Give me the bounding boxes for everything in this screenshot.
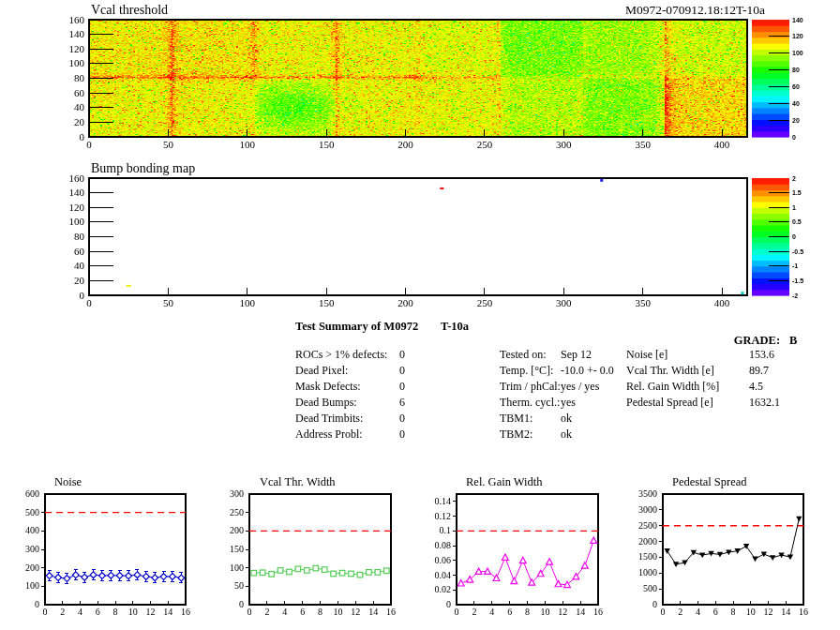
axis-tick-label: 500 xyxy=(25,507,39,518)
axis-tick-label: 100 xyxy=(240,139,256,150)
summary-row: Dead Bumps:6 xyxy=(295,395,492,411)
summary-row-label: TBM1: xyxy=(500,412,532,425)
axis-tick-label: 100 xyxy=(240,297,256,308)
axis-tick-label: 140 xyxy=(792,17,803,23)
summary-row-label: TBM2: xyxy=(500,428,532,441)
summary-row: Address Probl:0 xyxy=(295,427,492,442)
axis-tick-label: 150 xyxy=(230,544,244,554)
rel-gain-plot-title: Rel. Gain Width xyxy=(466,475,543,489)
axis-tick-label: 120 xyxy=(792,33,803,39)
summary-row-value: 89.7 xyxy=(749,363,769,379)
vcal-threshold-plot: 0204060801001201401600501001502002503003… xyxy=(69,14,803,151)
axis-tick-label: 3500 xyxy=(638,488,657,499)
axis-tick-label: 16 xyxy=(181,607,190,617)
axis-tick-label: 350 xyxy=(635,297,651,308)
axis-tick-label: 4 xyxy=(696,607,700,617)
axis-tick-label: 2 xyxy=(264,607,269,617)
axis-tick-label: 350 xyxy=(635,139,651,150)
vcal-threshold-title: Vcal threshold xyxy=(91,3,168,18)
axis-tick-label: 0.02 xyxy=(435,584,452,594)
axis-tick-label: 40 xyxy=(74,101,85,112)
axis-tick-label: 0 xyxy=(792,233,796,240)
summary-row-label: Trim / phCal: xyxy=(500,380,561,393)
axis-tick-label: 6 xyxy=(300,607,305,617)
summary-row: TBM1:ok xyxy=(500,411,650,427)
summary-row-value: ok xyxy=(561,427,572,442)
axis-tick-label: -2 xyxy=(792,292,798,299)
summary-row: Pedestal Spread [e]1632.1 xyxy=(626,395,832,411)
axis-tick-label: 600 xyxy=(25,488,39,499)
axis-tick-label: 300 xyxy=(556,297,572,308)
axis-tick-label: 0 xyxy=(43,607,48,617)
axis-tick-label: 4 xyxy=(489,607,494,617)
axis-tick-label: 0 xyxy=(446,599,451,609)
axis-tick-label: 80 xyxy=(792,67,800,73)
pedestal_spread-plot: 0500100015002000250030003500024681012141… xyxy=(638,488,808,617)
axis-tick-label: 0 xyxy=(80,290,85,301)
axis-tick-label: 12 xyxy=(351,607,360,617)
axis-tick-label: 400 xyxy=(25,525,39,535)
axis-tick-label: 0 xyxy=(35,599,39,609)
axis-tick-label: 2 xyxy=(60,607,65,617)
summary-row-value: 153.6 xyxy=(749,347,774,363)
summary-row: Dead Pixel:0 xyxy=(295,363,492,379)
bump-bonding-plot: 0204060801001201401600501001502002503003… xyxy=(69,172,804,309)
summary-row-value: 0 xyxy=(399,363,405,379)
plots-overlay: 0204060801001201401600501001502002503003… xyxy=(0,0,840,630)
axis-tick-label: 0.06 xyxy=(435,555,452,565)
summary-row-value: 0 xyxy=(399,347,405,363)
summary-row-label: Dead Pixel: xyxy=(295,364,348,377)
axis-tick-label: 8 xyxy=(113,607,118,617)
summary-row: Dead Trimbits:0 xyxy=(295,411,492,427)
module-id: M0972-070912.18:12T-10a xyxy=(600,3,765,18)
summary-row-label: Therm. cycl.: xyxy=(500,396,560,409)
axis-tick-label: 0 xyxy=(86,139,92,150)
axis-tick-label: 2 xyxy=(792,175,796,182)
axis-tick-label: 100 xyxy=(230,562,244,573)
summary-row-label: ROCs > 1% defects: xyxy=(295,348,387,361)
axis-tick-label: 16 xyxy=(799,607,808,617)
axis-tick-label: 10 xyxy=(540,607,549,617)
axis-tick-label: 100 xyxy=(792,50,803,56)
summary-row-label: Dead Bumps: xyxy=(295,396,357,409)
axis-tick-label: 0 xyxy=(248,607,252,617)
summary-row-value: yes xyxy=(561,395,576,411)
axis-tick-label: 10 xyxy=(746,607,756,617)
axis-tick-label: 10 xyxy=(333,607,342,617)
axis-tick-label: 2 xyxy=(472,607,476,617)
rel_gain_width-plot: 00.020.040.060.080.10.120.14024681012141… xyxy=(435,494,604,617)
axis-tick-label: 400 xyxy=(714,139,730,150)
summary-row-label: Rel. Gain Width [%] xyxy=(626,380,719,393)
summary-row-label: Mask Defects: xyxy=(295,380,361,393)
axis-tick-label: 20 xyxy=(74,116,85,128)
axis-tick-label: 60 xyxy=(792,83,800,90)
pedestal-plot-title: Pedestal Spread xyxy=(672,475,747,489)
summary-row: TBM2:ok xyxy=(500,427,650,442)
axis-tick-label: 2500 xyxy=(638,520,657,531)
axis-tick-label: -1.5 xyxy=(792,278,803,284)
axis-tick-label: 250 xyxy=(477,139,493,150)
axis-tick-label: 16 xyxy=(593,607,603,617)
summary-row-value: -10.0 +- 0.0 xyxy=(561,363,614,379)
axis-tick-label: 40 xyxy=(792,100,800,107)
axis-tick-label: 400 xyxy=(714,297,730,308)
axis-tick-label: 6 xyxy=(507,607,512,617)
axis-tick-label: 150 xyxy=(319,297,335,308)
summary-row: Vcal Thr. Width [e]89.7 xyxy=(626,363,832,379)
axis-tick-label: 0 xyxy=(661,607,666,617)
axis-tick-label: 1500 xyxy=(638,551,657,562)
axis-tick-label: 100 xyxy=(69,57,85,68)
axis-tick-label: 1000 xyxy=(638,567,657,578)
axis-tick-label: 250 xyxy=(477,297,493,308)
vcal-width-plot-title: Vcal Thr. Width xyxy=(260,475,336,489)
summary-row-value: 0 xyxy=(399,379,405,395)
axis-tick-label: 2000 xyxy=(638,536,657,547)
summary-row: Noise [e]153.6 xyxy=(626,347,832,363)
axis-tick-label: 150 xyxy=(319,139,335,150)
axis-tick-label: -0.5 xyxy=(792,248,803,255)
summary-results-column: Noise [e]153.6Vcal Thr. Width [e]89.7Rel… xyxy=(626,347,832,411)
grade-label: GRADE: xyxy=(734,334,780,347)
grade-value: B xyxy=(789,334,797,347)
axis-tick-label: 0 xyxy=(86,297,92,308)
axis-tick-label: 14 xyxy=(368,607,378,617)
